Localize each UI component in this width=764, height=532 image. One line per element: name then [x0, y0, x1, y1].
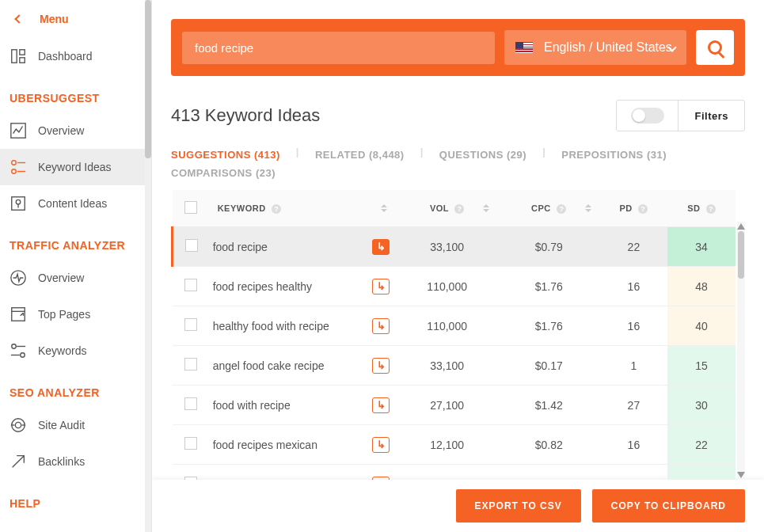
tab-prepositions[interactable]: PREPOSITIONS (31) — [561, 146, 667, 164]
keyword-text: food recipes healthy — [213, 280, 312, 293]
filter-toggle[interactable] — [631, 108, 664, 124]
tab-related[interactable]: RELATED (8,448) — [315, 146, 405, 164]
menu-back-label: Menu — [40, 13, 69, 25]
table-scrollbar-thumb[interactable] — [738, 231, 744, 279]
checkbox[interactable] — [184, 477, 197, 481]
help-icon[interactable]: ? — [557, 204, 566, 214]
page-title: 413 Keyword Ideas — [171, 105, 320, 126]
sidebar-item-traffic-overview[interactable]: Overview — [0, 260, 151, 296]
sidebar-item-dashboard[interactable]: Dashboard — [0, 38, 151, 74]
help-icon[interactable]: ? — [706, 204, 716, 214]
vol-cell: 33,100 — [396, 346, 498, 386]
scroll-down-arrow-icon[interactable] — [737, 472, 745, 478]
svg-point-17 — [21, 353, 25, 358]
filters-button[interactable]: Filters — [678, 101, 744, 131]
vol-cell: 110,000 — [396, 306, 498, 346]
cpc-cell: $1.76 — [498, 267, 600, 306]
sidebar-item-top-pages[interactable]: Top Pages — [0, 296, 151, 332]
checkbox[interactable] — [185, 239, 198, 252]
table-row[interactable]: angel food cake recipe↳33,100$0.17115 — [173, 346, 736, 386]
svg-rect-1 — [20, 50, 25, 55]
expand-icon[interactable]: ↳ — [372, 477, 390, 481]
search-input-wrap — [182, 32, 495, 64]
table-row[interactable]: food with recipe↳27,100$1.422730 — [173, 386, 736, 425]
expand-icon[interactable]: ↳ — [372, 358, 390, 374]
sidebar-item-keywords[interactable]: Keywords — [0, 332, 151, 369]
search-bar: English / United States — [171, 19, 745, 76]
svg-point-5 — [12, 169, 17, 174]
sd-cell: 22 — [667, 425, 735, 465]
keyword-text: healthy food with recipe — [213, 320, 329, 332]
col-vol: VOL — [430, 203, 449, 213]
svg-rect-8 — [12, 197, 25, 211]
menu-back[interactable]: Menu — [0, 0, 151, 38]
section-seo-analyzer: SEO ANALYZER — [0, 369, 151, 407]
table-row[interactable]: food recipes mexican↳12,100$0.821622 — [173, 425, 736, 465]
pulse-icon — [10, 269, 27, 287]
tab-comparisons[interactable]: COMPARISONS (23) — [171, 164, 276, 182]
sort-icon[interactable] — [380, 204, 388, 212]
table-row[interactable]: food recipe for baby↳12,100$3.101914 — [173, 465, 736, 481]
checkbox[interactable] — [184, 358, 197, 370]
sidebar-item-keyword-ideas[interactable]: Keyword Ideas — [0, 149, 151, 185]
keywords-icon — [10, 342, 27, 359]
sidebar-item-label: Backlinks — [38, 455, 85, 468]
scroll-up-arrow-icon[interactable] — [737, 223, 745, 230]
vol-cell: 12,100 — [396, 465, 498, 481]
scrollbar-thumb[interactable] — [145, 0, 151, 158]
tab-questions[interactable]: QUESTIONS (29) — [439, 146, 526, 164]
expand-icon[interactable]: ↳ — [372, 397, 390, 413]
search-input[interactable] — [182, 32, 495, 64]
table-row[interactable]: healthy food with recipe↳110,000$1.76164… — [173, 306, 736, 346]
export-csv-button[interactable]: EXPORT TO CSV — [456, 489, 581, 522]
pd-cell: 16 — [600, 267, 668, 306]
help-icon[interactable]: ? — [454, 204, 464, 214]
sd-cell: 40 — [667, 306, 735, 346]
language-select[interactable]: English / United States — [504, 30, 686, 65]
checkbox[interactable] — [184, 437, 197, 450]
expand-icon[interactable]: ↳ — [372, 318, 390, 334]
svg-point-9 — [16, 200, 21, 203]
table-wrap: KEYWORD ? VOL ? CPC ? — [171, 190, 745, 480]
checkbox-all[interactable] — [184, 201, 197, 214]
vol-cell: 33,100 — [396, 227, 498, 267]
sidebar-item-backlinks[interactable]: Backlinks — [0, 443, 151, 480]
expand-icon[interactable]: ↳ — [372, 437, 390, 453]
help-icon[interactable]: ? — [638, 204, 648, 214]
checkbox[interactable] — [184, 318, 197, 331]
tab-suggestions[interactable]: SUGGESTIONS (413) — [171, 146, 280, 164]
chevron-left-icon — [14, 14, 23, 23]
sort-icon[interactable] — [584, 204, 592, 212]
checkbox[interactable] — [184, 279, 197, 291]
cpc-cell: $3.10 — [498, 465, 600, 481]
sort-icon[interactable] — [482, 204, 490, 212]
pd-cell: 16 — [600, 425, 668, 465]
expand-icon[interactable]: ↳ — [372, 279, 390, 294]
section-help: HELP — [0, 480, 151, 518]
checkbox[interactable] — [184, 397, 197, 410]
cpc-cell: $1.76 — [498, 306, 600, 346]
sidebar-item-overview[interactable]: Overview — [0, 112, 151, 149]
keyword-table: KEYWORD ? VOL ? CPC ? — [171, 190, 735, 480]
table-row[interactable]: food recipes healthy↳110,000$1.761648 — [173, 267, 736, 306]
expand-icon[interactable]: ↳ — [372, 239, 390, 255]
search-button[interactable] — [696, 30, 734, 65]
pd-cell: 1 — [600, 346, 668, 386]
copy-clipboard-button[interactable]: COPY TO CLIPBOARD — [592, 489, 745, 522]
cpc-cell: $0.17 — [498, 346, 600, 386]
keyword-text: food recipes mexican — [213, 439, 317, 451]
backlinks-icon — [10, 453, 27, 470]
vol-cell: 110,000 — [396, 267, 498, 306]
sd-cell: 14 — [667, 465, 735, 481]
sidebar-item-site-audit[interactable]: Site Audit — [0, 407, 151, 443]
help-icon[interactable]: ? — [272, 204, 281, 214]
pd-cell: 27 — [600, 386, 668, 425]
table-scrollbar-track — [737, 222, 745, 480]
table-row[interactable]: food recipe↳33,100$0.792234 — [173, 227, 736, 267]
svg-rect-2 — [20, 58, 25, 63]
cpc-cell: $1.42 — [498, 386, 600, 425]
us-flag-icon — [515, 42, 533, 53]
sidebar-item-label: Overview — [38, 124, 84, 137]
sidebar-item-content-ideas[interactable]: Content Ideas — [0, 185, 151, 222]
sd-cell: 15 — [667, 346, 735, 386]
